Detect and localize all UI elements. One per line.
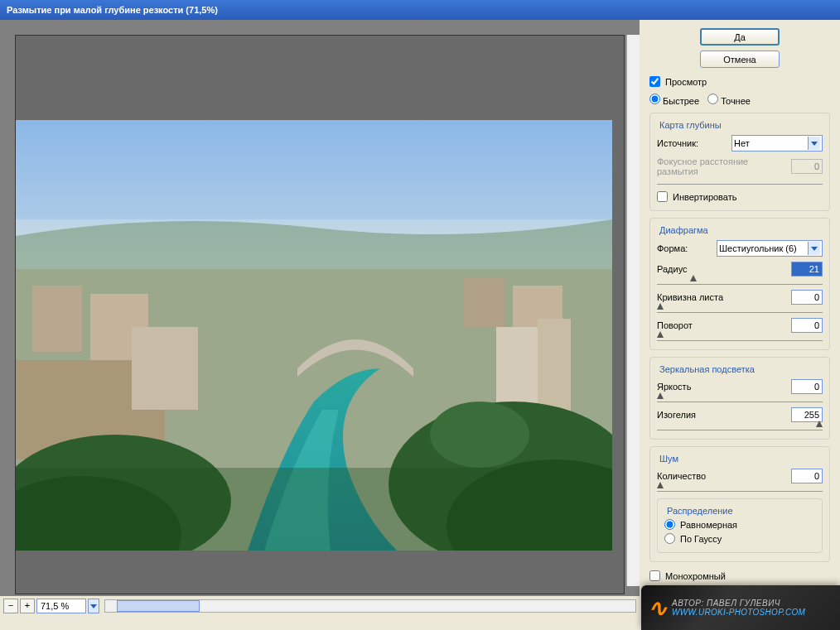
ok-button[interactable]: Да	[700, 28, 780, 46]
svg-rect-15	[16, 120, 612, 219]
depth-map-group: Карта глубины Источник: Нет Фокусное рас…	[649, 113, 830, 211]
rotation-label: Поворот	[657, 320, 786, 330]
watermark-text: АВТОР: ПАВЕЛ ГУЛЕВИЧ WWW.UROKI-PHOTOSHOP…	[672, 599, 805, 617]
cancel-button[interactable]: Отмена	[700, 50, 780, 68]
mono-label: Монохромный	[665, 571, 726, 581]
radius-slider[interactable]	[657, 278, 823, 285]
svg-point-14	[430, 402, 529, 468]
watermark-site: WWW.UROKI-PHOTOSHOP.COM	[672, 608, 805, 617]
radius-row: Радиус	[657, 262, 823, 277]
source-select[interactable]: Нет	[731, 135, 823, 151]
blade-row: Кривизна листа	[657, 290, 823, 305]
radius-input[interactable]	[791, 262, 823, 277]
chevron-down-icon	[808, 137, 820, 150]
svg-rect-6	[463, 277, 504, 327]
focal-input	[791, 159, 823, 174]
horizontal-scrollbar[interactable]	[104, 599, 636, 613]
preview-label: Просмотр	[665, 77, 707, 87]
blade-slider[interactable]	[657, 306, 823, 313]
focal-label: Фокусное расстояние размытия	[657, 156, 786, 176]
scrollbar-thumb[interactable]	[117, 600, 200, 612]
svg-rect-16	[16, 468, 612, 551]
svg-rect-2	[32, 286, 82, 352]
distribution-title: Распределение	[664, 506, 736, 516]
amount-input[interactable]	[791, 469, 823, 483]
distribution-group: Распределение Равномерная По Гауссу	[657, 498, 823, 553]
preview-image	[16, 120, 612, 551]
brightness-row: Яркость	[657, 379, 823, 394]
invert-label: Инвертировать	[673, 192, 736, 202]
noise-group: Шум Количество Распределение Равномерная…	[649, 446, 830, 562]
amount-label: Количество	[657, 471, 786, 481]
noise-title: Шум	[657, 454, 681, 464]
watermark: ∿ АВТОР: ПАВЕЛ ГУЛЕВИЧ WWW.UROKI-PHOTOSH…	[641, 585, 840, 630]
blade-label: Кривизна листа	[657, 292, 786, 302]
zoom-in-button[interactable]: +	[20, 599, 35, 613]
specular-title: Зеркальная подсветка	[657, 364, 757, 374]
threshold-row: Изогелия	[657, 407, 823, 422]
zoom-dropdown-icon[interactable]	[88, 599, 99, 613]
gaussian-option[interactable]: По Гауссу	[664, 533, 815, 544]
chevron-down-icon	[808, 242, 820, 255]
rotation-input[interactable]	[791, 318, 823, 333]
zoom-value[interactable]: 71,5 %	[36, 599, 86, 613]
source-row: Источник: Нет	[657, 135, 823, 151]
window-title: Размытие при малой глубине резкости (71,…	[7, 5, 218, 15]
uniform-option[interactable]: Равномерная	[664, 519, 815, 530]
mono-row: Монохромный	[649, 570, 830, 581]
watermark-logo-icon: ∿	[648, 594, 667, 622]
watermark-author: АВТОР: ПАВЕЛ ГУЛЕВИЧ	[672, 599, 805, 608]
speed-accurate-option[interactable]: Точнее	[707, 94, 751, 106]
invert-row: Инвертировать	[657, 191, 823, 202]
window-titlebar: Размытие при малой глубине резкости (71,…	[0, 0, 840, 20]
shape-select[interactable]: Шестиугольник (6)	[717, 240, 823, 257]
preview-canvas[interactable]	[15, 35, 625, 594]
brightness-slider[interactable]	[657, 396, 823, 402]
focal-row: Фокусное расстояние размытия	[657, 156, 823, 176]
blade-input[interactable]	[791, 290, 823, 305]
iris-title: Диафрагма	[657, 225, 711, 235]
source-label: Источник:	[657, 138, 727, 148]
amount-slider[interactable]	[657, 485, 823, 492]
brightness-label: Яркость	[657, 382, 786, 392]
svg-rect-5	[132, 327, 198, 410]
radius-label: Радиус	[657, 264, 786, 274]
specular-group: Зеркальная подсветка Яркость Изогелия	[649, 357, 830, 440]
rotation-slider[interactable]	[657, 334, 823, 341]
preview-panel: − + 71,5 %	[0, 20, 640, 616]
preview-checkbox[interactable]	[649, 76, 660, 87]
preview-footer: − + 71,5 %	[0, 596, 640, 616]
threshold-slider[interactable]	[657, 424, 823, 430]
speed-fast-option[interactable]: Быстрее	[649, 94, 699, 106]
threshold-label: Изогелия	[657, 410, 786, 420]
shape-row: Форма: Шестиугольник (6)	[657, 240, 823, 257]
preview-checkbox-row: Просмотр	[649, 76, 830, 87]
main-container: − + 71,5 % Да Отмена Просмотр Быстрее То…	[0, 20, 840, 616]
vertical-scrollbar[interactable]	[626, 35, 640, 586]
invert-checkbox[interactable]	[657, 191, 668, 202]
amount-row: Количество	[657, 469, 823, 483]
settings-panel: Да Отмена Просмотр Быстрее Точнее Карта …	[640, 20, 840, 616]
depth-map-title: Карта глубины	[657, 120, 724, 130]
focal-slider	[657, 178, 823, 185]
brightness-input[interactable]	[791, 379, 823, 394]
iris-group: Диафрагма Форма: Шестиугольник (6) Радиу…	[649, 218, 830, 350]
speed-radio-row: Быстрее Точнее	[649, 94, 830, 106]
zoom-out-button[interactable]: −	[3, 599, 18, 613]
mono-checkbox[interactable]	[649, 570, 660, 581]
shape-label: Форма:	[657, 243, 712, 253]
rotation-row: Поворот	[657, 318, 823, 333]
